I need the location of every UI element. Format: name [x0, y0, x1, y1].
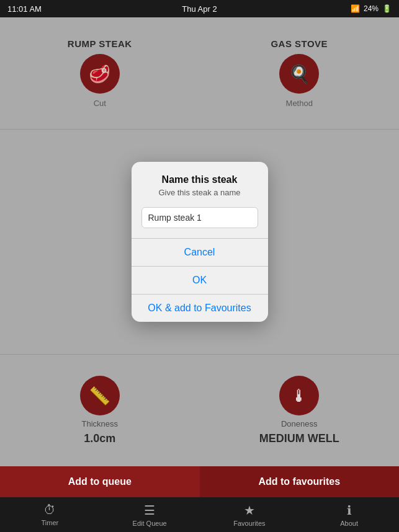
dialog-title: Name this steak	[141, 174, 258, 185]
tab-timer-label: Timer	[42, 519, 59, 526]
status-bar: 11:01 AM Thu Apr 2 📶 24% 🔋	[0, 0, 399, 17]
tab-favourites[interactable]: ★ Favourites	[200, 503, 300, 527]
status-right: 📶 24% 🔋	[351, 4, 392, 13]
battery-icon: 🔋	[382, 4, 392, 13]
timer-icon: ⏱	[43, 503, 56, 517]
cancel-button[interactable]: Cancel	[132, 239, 268, 266]
battery-level: 24%	[364, 4, 379, 13]
tab-favourites-label: Favourites	[233, 520, 265, 527]
add-to-favourites-button[interactable]: Add to favourites	[200, 466, 400, 497]
add-to-queue-button[interactable]: Add to queue	[0, 466, 200, 497]
status-time: 11:01 AM	[7, 4, 42, 14]
dialog-overlay: Name this steak Give this steak a name C…	[0, 17, 399, 466]
main-content: RUMP STEAK 🥩 Cut GAS STOVE 🍳 Method 📏 Th…	[0, 17, 399, 466]
wifi-icon: 📶	[351, 4, 360, 13]
favourites-icon: ★	[244, 503, 255, 518]
status-date: Thu Apr 2	[182, 4, 217, 14]
tab-about-label: About	[340, 520, 358, 527]
dialog-subtitle: Give this steak a name	[141, 188, 258, 197]
dialog: Name this steak Give this steak a name C…	[132, 162, 268, 322]
action-bar: Add to queue Add to favourites	[0, 466, 399, 497]
tab-edit-queue[interactable]: ☰ Edit Queue	[100, 503, 200, 527]
dialog-input-wrap	[132, 207, 268, 238]
tab-timer[interactable]: ⏱ Timer	[0, 503, 100, 526]
dialog-header: Name this steak Give this steak a name	[132, 174, 268, 207]
tab-bar: ⏱ Timer ☰ Edit Queue ★ Favourites ℹ Abou…	[0, 497, 399, 532]
edit-queue-icon: ☰	[144, 503, 155, 518]
about-icon: ℹ	[347, 503, 352, 518]
ok-button[interactable]: OK	[132, 267, 268, 294]
tab-edit-queue-label: Edit Queue	[133, 520, 167, 527]
ok-add-favourites-button[interactable]: OK & add to Favourites	[132, 295, 268, 322]
steak-name-input[interactable]	[141, 207, 258, 228]
tab-about[interactable]: ℹ About	[299, 503, 399, 527]
